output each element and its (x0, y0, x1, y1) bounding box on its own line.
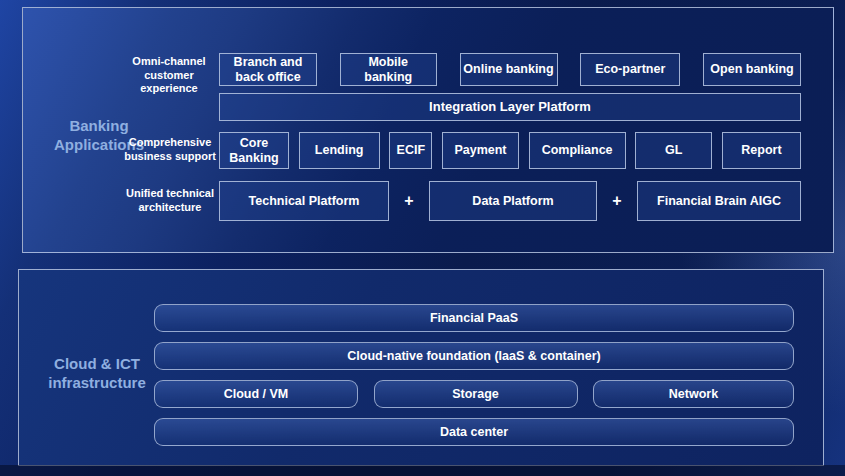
box-online-banking: Online banking (460, 53, 558, 86)
resource-row: Cloud / VM Storage Network (154, 380, 794, 408)
architecture-diagram: Banking Applications Omni-channel custom… (0, 0, 845, 476)
unified-architecture-label: Unified technical architecture (117, 187, 223, 214)
box-data-center: Data center (154, 418, 794, 446)
box-ecif: ECIF (389, 132, 432, 169)
box-storage: Storage (374, 380, 578, 408)
box-financial-paas: Financial PaaS (154, 304, 794, 332)
plus-separator: + (389, 181, 429, 221)
box-integration-layer-platform: Integration Layer Platform (219, 93, 801, 121)
plus-separator: + (597, 181, 637, 221)
business-row: Core Banking Lending ECIF Payment Compli… (219, 132, 801, 169)
box-technical-platform: Technical Platform (219, 181, 389, 221)
box-mobile-banking: Mobile banking (340, 53, 437, 86)
box-open-banking: Open banking (703, 53, 801, 86)
infrastructure-stack: Financial PaaS Cloud-native foundation (… (154, 304, 794, 446)
cloud-ict-infrastructure-label: Cloud & ICT infrastructure (29, 354, 165, 392)
omni-channel-label: Omni-channel customer experience (117, 55, 221, 96)
box-cloud-vm: Cloud / VM (154, 380, 358, 408)
box-eco-partner: Eco-partner (580, 53, 680, 86)
channel-row: Branch and back office Mobile banking On… (219, 53, 801, 86)
cloud-ict-infrastructure-panel: Cloud & ICT infrastructure Financial Paa… (18, 269, 824, 466)
box-gl: GL (635, 132, 712, 169)
box-network: Network (593, 380, 794, 408)
comprehensive-support-label: Comprehensive business support (117, 136, 223, 163)
box-data-platform: Data Platform (429, 181, 597, 221)
box-report: Report (722, 132, 801, 169)
box-branch-and-back-office: Branch and back office (219, 53, 317, 86)
box-financial-brain-aigc: Financial Brain AIGC (637, 181, 801, 221)
box-lending: Lending (299, 132, 380, 169)
box-payment: Payment (442, 132, 519, 169)
box-compliance: Compliance (529, 132, 626, 169)
platform-row: Technical Platform + Data Platform + Fin… (219, 181, 801, 221)
banking-applications-panel: Banking Applications Omni-channel custom… (22, 7, 834, 253)
box-cloud-native-foundation: Cloud-native foundation (IaaS & containe… (154, 342, 794, 370)
box-core-banking: Core Banking (219, 132, 289, 169)
